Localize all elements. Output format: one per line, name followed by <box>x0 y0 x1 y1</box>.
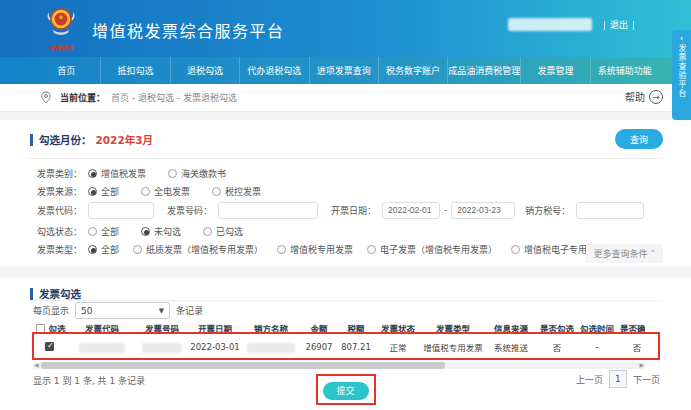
user-area: | 退出 | <box>508 18 639 31</box>
invoice-code-input[interactable] <box>88 202 154 219</box>
help-button[interactable]: 帮助 → <box>625 89 663 104</box>
page-size-select[interactable]: 50 ▼ <box>75 302 170 319</box>
col-check-time: 勾选时间 <box>577 320 617 336</box>
option-label: 已勾选 <box>216 225 243 238</box>
radio-type-vat-special[interactable]: 增值税专用发票 <box>277 243 353 256</box>
col-invoice-type: 发票类型 <box>421 320 485 336</box>
cell-is-checked: 否 <box>537 336 577 359</box>
radio-type-electronic-special[interactable]: 电子发票（增值税专用发票） <box>367 243 497 256</box>
nav-item-oil-tax-mgmt[interactable]: 成品油消费税管理 <box>447 57 520 84</box>
radio-icon[interactable] <box>511 245 520 254</box>
invoice-table-panel: 发票勾选 每页显示 50 ▼ 条记录 勾选 发票代码 <box>0 278 691 410</box>
cell-check-time: - <box>577 336 617 359</box>
invoice-inputs-row: 发票代码： 发票号码： 开票日期： - 销方税号： <box>37 200 663 220</box>
horizontal-scrollbar[interactable]: ◀ ▶ <box>33 362 645 369</box>
radio-icon[interactable] <box>203 227 212 236</box>
radio-icon[interactable] <box>88 187 97 196</box>
divider <box>28 158 663 159</box>
radio-status-checked[interactable]: 已勾选 <box>203 225 243 238</box>
radio-status-unchecked[interactable]: 未勾选 <box>141 225 181 238</box>
chevron-left-icon: ‹ <box>680 33 684 43</box>
radio-type-paper-special[interactable]: 纸质发票（增值税专用发票） <box>133 243 263 256</box>
radio-icon[interactable] <box>277 245 286 254</box>
radio-source-all-electronic[interactable]: 全电发票 <box>141 185 190 198</box>
redacted-value <box>79 343 125 353</box>
more-conditions-button[interactable]: 更多查询条件 ˅ <box>586 244 663 263</box>
row-checkbox[interactable] <box>45 342 54 351</box>
check-status-label: 勾选状态： <box>37 225 82 238</box>
logo-caption: 中国税务 <box>40 43 82 52</box>
radio-source-all[interactable]: 全部 <box>88 185 119 198</box>
logout-link[interactable]: 退出 <box>610 18 628 31</box>
nav-item-tax-digital-account[interactable]: 税务数字账户 <box>378 57 447 84</box>
query-button[interactable]: 查询 <box>615 129 663 149</box>
cell-invoice-no <box>135 336 189 359</box>
nav-item-tax-refund-check[interactable]: 退税勾选 <box>170 57 239 84</box>
col-check: 勾选 <box>33 320 69 336</box>
invoice-category-row: 发票类别： 增值税发票 海关缴款书 <box>37 164 663 182</box>
breadcrumb-path[interactable]: 首页 - 退税勾选 - 发票退税勾选 <box>111 91 237 104</box>
breadcrumb: 当前位置： 首页 - 退税勾选 - 发票退税勾选 <box>40 91 237 104</box>
date-from-input[interactable] <box>382 202 440 219</box>
separator: | <box>603 20 606 30</box>
table-row[interactable]: 2022-03-01 26907 807.21 正常 增值税专用发票 系统推送 … <box>33 336 645 359</box>
radio-icon[interactable] <box>367 245 376 254</box>
seller-tax-no-input[interactable] <box>576 202 644 219</box>
nav-item-system-aux[interactable]: 系统辅助功能 <box>590 57 659 84</box>
invoice-source-label: 发票来源： <box>37 185 82 198</box>
nav-item-input-invoice-query[interactable]: 进项发票查询 <box>309 57 378 84</box>
date-range-separator: - <box>444 205 447 215</box>
date-to-input[interactable] <box>451 202 515 219</box>
radio-icon[interactable] <box>88 169 97 178</box>
filter-panel: 勾选月份： 2022年3月 查询 发票类别： 增值税发票 海关缴款书 发票来源：… <box>0 120 691 266</box>
submit-button[interactable]: 提交 <box>323 382 369 400</box>
section-title-label: 发票勾选 <box>39 286 81 301</box>
radio-customs-payment[interactable]: 海关缴款书 <box>168 167 226 180</box>
cell-amount: 26907 <box>301 336 337 359</box>
option-label: 增值税发票 <box>101 167 146 180</box>
radio-status-all[interactable]: 全部 <box>88 225 119 238</box>
radio-type-all[interactable]: 全部 <box>88 243 119 256</box>
scroll-right-arrow-icon[interactable]: ▶ <box>639 361 644 368</box>
radio-icon[interactable] <box>212 187 221 196</box>
radio-source-tax-controlled[interactable]: 税控发票 <box>212 185 261 198</box>
invoice-no-input[interactable] <box>218 202 318 219</box>
radio-icon[interactable] <box>141 187 150 196</box>
check-status-row: 勾选状态： 全部 未勾选 已勾选 <box>37 222 663 240</box>
nav-item-invoice-mgmt[interactable]: 发票管理 <box>520 57 589 84</box>
radio-icon[interactable] <box>141 227 150 236</box>
nav-item-agent-refund-check[interactable]: 代办退税勾选 <box>239 57 308 84</box>
scrollbar-thumb[interactable] <box>41 362 445 369</box>
prev-page-button[interactable]: 上一页 <box>576 373 603 386</box>
app-header: 中国税务 增值税发票综合服务平台 | 退出 | <box>0 0 691 57</box>
radio-icon[interactable] <box>88 245 97 254</box>
nav-item-home[interactable]: 首页 <box>32 57 100 84</box>
col-invoice-code: 发票代码 <box>69 320 135 336</box>
seller-tax-no-label: 销方税号： <box>525 204 570 217</box>
next-page-button[interactable]: 下一页 <box>633 373 660 386</box>
invoice-code-label: 发票代码： <box>37 204 82 217</box>
option-label: 海关缴款书 <box>181 167 226 180</box>
radio-vat-invoice[interactable]: 增值税发票 <box>88 167 146 180</box>
dropdown-arrow-icon: ▼ <box>159 307 164 315</box>
nav-item-deduction-check[interactable]: 抵扣勾选 <box>100 57 169 84</box>
scroll-left-arrow-icon[interactable]: ◀ <box>34 361 39 368</box>
per-page-control: 每页显示 50 ▼ 条记录 <box>33 302 203 319</box>
username-redacted <box>508 18 592 31</box>
cell-invoice-type: 增值税专用发票 <box>421 336 485 359</box>
radio-icon[interactable] <box>88 227 97 236</box>
check-month-title: 勾选月份： 2022年3月 <box>30 132 153 147</box>
breadcrumb-prefix: 当前位置： <box>60 91 105 104</box>
side-tab-label: 发票查验平台 <box>676 44 687 98</box>
option-label: 未勾选 <box>154 225 181 238</box>
invoice-verify-side-tab[interactable]: ‹ 发票查验平台 <box>672 30 691 120</box>
cell-invoice-status: 正常 <box>375 336 421 359</box>
table-header-row: 勾选 发票代码 发票号码 开票日期 销方名称 金额 税额 发票状态 发票类型 信… <box>33 320 645 336</box>
chevron-down-icon: ˅ <box>651 249 656 259</box>
page-number-button[interactable]: 1 <box>609 370 627 388</box>
radio-icon[interactable] <box>133 245 142 254</box>
records-summary: 显示 1 到 1 条, 共 1 条记录 <box>33 374 145 387</box>
select-all-checkbox[interactable] <box>36 324 45 333</box>
records-label: 条记录 <box>176 304 203 317</box>
radio-icon[interactable] <box>168 169 177 178</box>
